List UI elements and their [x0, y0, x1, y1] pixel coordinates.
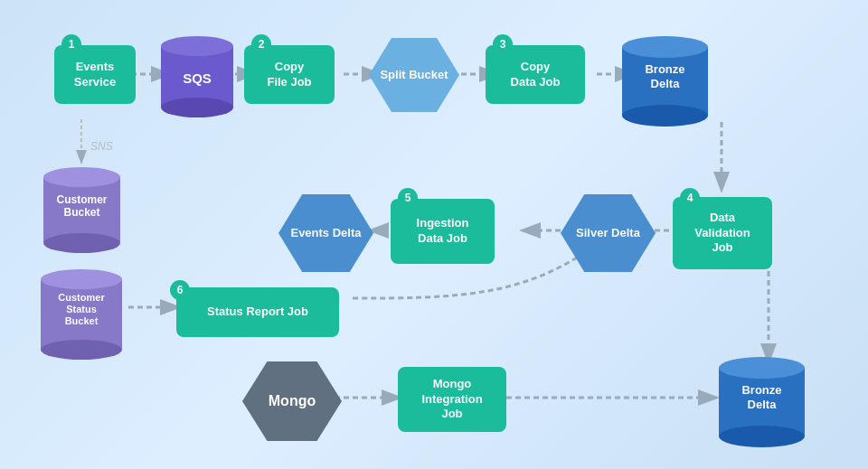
badge-2: 2 [251, 34, 271, 54]
ingestion-data-job-box: Ingestion Data Job [391, 199, 495, 264]
bronze-delta-1: Bronze Delta [622, 36, 708, 127]
customer-status-bucket: Customer Status Bucket [41, 269, 122, 360]
mongo-label: Mongo [269, 393, 316, 409]
events-delta-hex: Events Delta [278, 194, 373, 272]
status-report-job-box: Status Report Job [176, 287, 339, 337]
badge-5: 5 [398, 188, 418, 208]
bronze-delta-2: Bronze Delta [719, 357, 805, 447]
sqs-label: SQS [183, 70, 212, 86]
mongo-integration-job-box: Mongo Integration Job [398, 367, 506, 432]
mongo-integration-job-label: Mongo Integration Job [421, 377, 482, 423]
copy-file-job-box: Copy File Job [244, 45, 335, 104]
badge-1: 1 [61, 34, 81, 54]
status-report-job-label: Status Report Job [207, 305, 308, 320]
copy-data-job-label: Copy Data Job [511, 60, 561, 90]
sqs-cylinder: SQS [161, 36, 233, 117]
customer-bucket-label: Customer Bucket [56, 192, 107, 219]
badge-6: 6 [170, 280, 190, 300]
events-service-box: Events Service [54, 45, 136, 104]
copy-file-job-label: Copy File Job [267, 60, 311, 90]
badge-4: 4 [680, 188, 700, 208]
events-service-label: Events Service [74, 60, 116, 90]
split-bucket-hex: Split Bucket [369, 38, 459, 112]
silver-delta-hex: Silver Delta [561, 194, 656, 272]
mongo-hex: Mongo [242, 361, 342, 441]
split-bucket-label: Split Bucket [380, 68, 448, 82]
badge-3: 3 [493, 34, 513, 54]
data-validation-job-box: Data Validation Job [673, 197, 772, 269]
events-delta-label: Events Delta [290, 226, 361, 240]
data-validation-job-label: Data Validation Job [694, 211, 750, 257]
bronze-delta-2-label: Bronze Delta [741, 383, 784, 411]
silver-delta-label: Silver Delta [576, 226, 640, 240]
customer-bucket: Customer Bucket [43, 167, 120, 253]
sns-label: SNS [90, 140, 113, 153]
ingestion-data-job-label: Ingestion Data Job [417, 216, 469, 247]
bronze-delta-1-label: Bronze Delta [644, 62, 687, 90]
diagram: 1 Events Service SQS 2 Copy File Job Spl… [0, 0, 868, 469]
customer-status-bucket-label: Customer Status Bucket [58, 292, 104, 328]
